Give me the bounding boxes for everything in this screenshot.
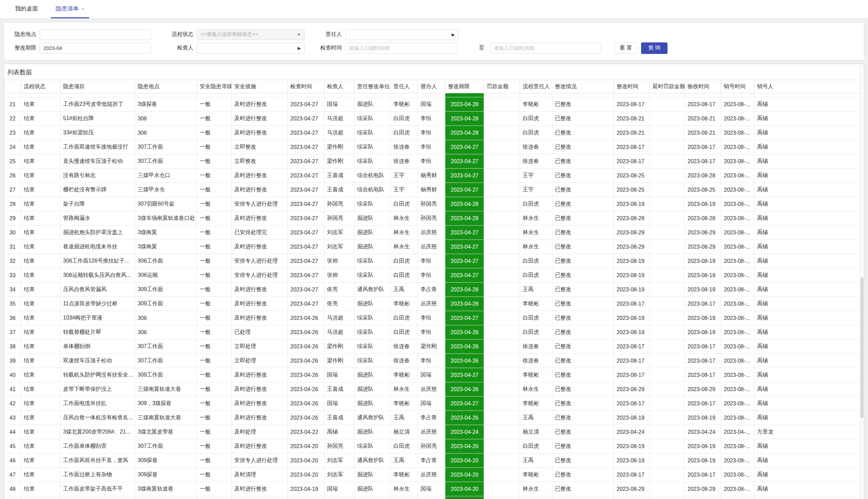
cell-cancel-person: 禹锡 [754,283,865,297]
cell-inspector: 国瑞 [324,397,354,411]
cell-responsible-unit: 综采队 [354,340,391,354]
cell-hazard-item: 转载机头防护网没有挂安全... [60,368,135,382]
tab-close-icon[interactable]: × [82,6,84,12]
rectify-deadline-label: 整改期限 [4,45,40,51]
cell-inspector: 国瑞 [324,496,354,499]
cell-row-number: 42 [4,397,21,411]
cell-responsible-person: 杨立清 [391,425,418,439]
cell-process-status: 结束 [21,325,60,340]
cell-rectify-status: 已整改 [552,183,614,197]
cell-row-number: 40 [4,368,21,382]
cell-delay-fine [650,368,685,382]
cell-fine-amount [484,197,520,211]
table-header-row: 流程状态隐患项目隐患地点安全隐患等级安全措施检查时间检查人责任整改单位责任人督办… [4,80,865,93]
cell-check-time: 2023-04-27 [288,112,324,126]
cell-deadline: 2023-04-27 [445,183,484,197]
cell-cancel-person: 禹锡 [754,254,865,268]
cell-rectify-time: 2023-08-17 [614,340,650,354]
cell-supervisor: 梁作刚 [418,340,445,354]
cell-rectify-time: 2023-08-29 [614,226,650,240]
cell-responsible-person: 王禹 [391,496,418,499]
cell-safety-measure: 及时进行整改 [232,169,288,183]
check-time-end-input[interactable] [490,43,601,53]
filter-panel: 隐患地点 流程状态 ==请输入流程审核状态== ▼ 责任人 ▶ 整改期限 检查人… [4,22,864,60]
cell-cancel-time: 2023-08-... [721,226,754,240]
column-header-process-responsible: 流程责任人 [520,80,552,93]
cell-process-responsible: 白田虎 [520,254,552,268]
cell-check-time: 2023-04-27 [288,211,324,226]
cell-deadline: 2023-04-27 [445,226,484,240]
tab-hazard-list[interactable]: 隐患清单 × [51,0,89,18]
cell-fine-amount [484,240,520,254]
cell-hazard-item: 工作面皮带架子高低不平 [60,482,135,496]
cell-supervisor: 李恒 [418,112,445,126]
cell-hazard-level: 一般 [197,126,232,140]
cell-hazard-level: 一般 [197,340,232,354]
cell-inspector: 国瑞 [324,482,354,496]
cell-hazard-level: 一般 [197,97,232,112]
cell-delay-fine [650,311,685,325]
cell-process-responsible [520,93,552,97]
cell-responsible-unit: 综合机电队 [354,183,391,197]
responsible-combo[interactable]: ▶ [345,29,459,40]
cell-rectify-status: 已整改 [552,283,614,297]
cell-safety-measure: 已处理 [232,325,288,340]
query-button[interactable]: 查 询 [641,42,668,54]
cell-delay-fine [650,382,685,397]
cell-fine-amount [484,254,520,268]
cell-fine-amount [484,496,520,499]
chevron-right-icon: ▶ [298,46,301,50]
check-time-start-input[interactable] [345,43,456,53]
cell-inspector: 孙国亮 [324,197,354,211]
hazard-location-input[interactable] [40,29,151,40]
cell-rectify-time: 2023-08-17 [614,468,650,482]
cell-row-number: 30 [4,226,21,240]
cell-cancel-time: 2023-08-... [721,169,754,183]
cell-supervisor: 李占青 [418,283,445,297]
cell-rectify-status: 已整改 [552,496,614,499]
column-header-delay-fine: 延时罚款金额 [650,80,685,93]
process-status-select[interactable]: ==请输入流程审核状态== ▼ [197,29,305,40]
cell-supervisor: 国瑞 [418,97,445,112]
cell-deadline: 2023-04-28 [445,283,484,297]
cell-accept-time: 2023-08-19 [685,268,721,283]
cell-row-number: 47 [4,468,21,482]
scrollbar-thumb[interactable] [860,278,864,418]
cell-accept-time: 2023-08-29 [685,240,721,254]
tab-my-desktop[interactable]: 我的桌面 [10,0,43,18]
cell-process-status: 结束 [21,154,60,169]
cell-cancel-person: 禹锡 [754,439,865,453]
cell-cancel-time: 2023-08-... [721,183,754,197]
cell-inspector: 刘志军 [324,453,354,468]
cell-fine-amount [484,340,520,354]
rectify-deadline-input[interactable] [40,43,151,53]
cell-rectify-time: 2023-08-19 [614,439,650,453]
cell-hazard-location: 306运顺 [135,268,197,283]
cell-hazard-location: 3煤南翼 [135,240,197,254]
table-row: 35结束11点滚筒皮带缺少过桥309工作面一般及时进行整改2023-04-27依… [4,297,865,311]
column-header-responsible-unit: 责任整改单位 [354,80,391,93]
cell-hazard-item: 压风自救风管漏风 [60,283,135,297]
cell-safety-measure: 安排专人进行处理 [232,268,288,283]
reset-button[interactable]: 重 置 [615,42,637,54]
cell-row-number: 39 [4,354,21,368]
cell-accept-time: 2023-08-29 [685,226,721,240]
inspector-combo[interactable]: ▶ [197,43,305,53]
cell-hazard-item [60,93,135,97]
cell-fine-amount [484,354,520,368]
cell-accept-time: 2023-08-19 [685,254,721,268]
cell-responsible-person: 林永生 [391,240,418,254]
cell-check-time: 2023-04-19 [288,496,324,499]
cell-accept-time: 2023-08-17 [685,397,721,411]
cell-accept-time: 2023-08-21 [685,112,721,126]
cell-hazard-level: 一般 [197,297,232,311]
cell-fine-amount [484,311,520,325]
cell-check-time: 2023-04-27 [288,283,324,297]
cell-safety-measure: 及时进行整改 [232,183,288,197]
vertical-scrollbar[interactable] [860,64,864,499]
cell-hazard-level: 一般 [197,482,232,496]
cell-rectify-time: 2023-08-17 [614,397,650,411]
cell-responsible-unit: 综采队 [354,154,391,169]
cell-check-time: 2023-04-26 [288,382,324,397]
cell-safety-measure: 及时进行整改 [232,439,288,453]
